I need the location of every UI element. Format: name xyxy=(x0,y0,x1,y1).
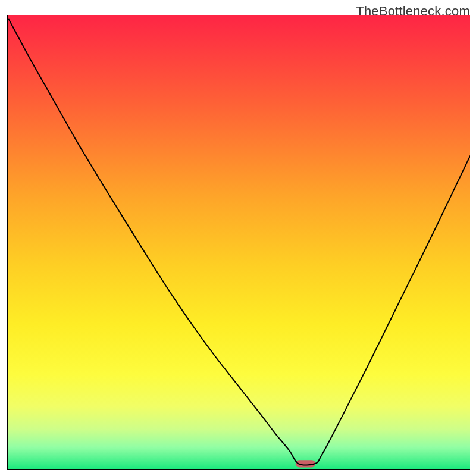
bottleneck-chart: TheBottleneck.com xyxy=(0,0,476,476)
plot-area xyxy=(7,15,470,470)
chart-background xyxy=(7,15,470,470)
watermark-text: TheBottleneck.com xyxy=(356,4,470,19)
chart-svg xyxy=(7,15,470,470)
